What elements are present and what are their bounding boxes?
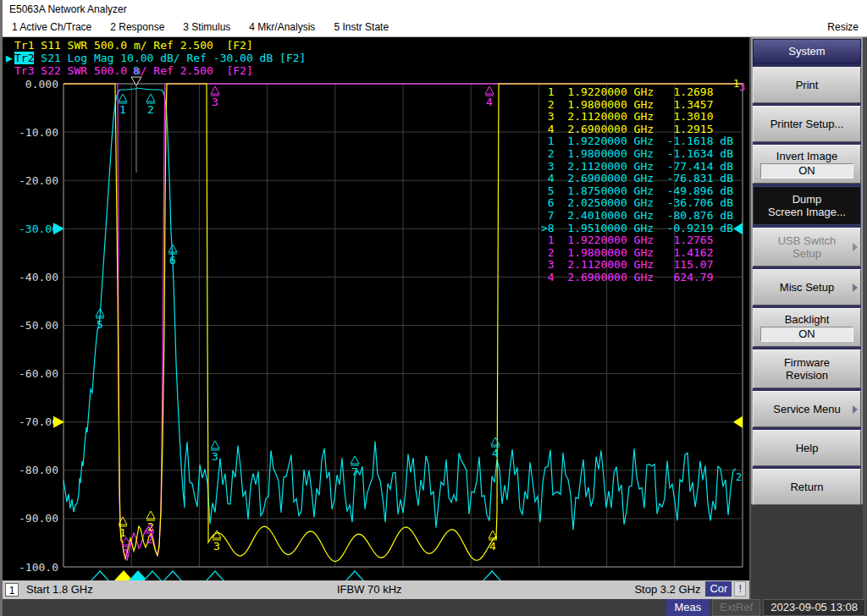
softkey-dump-screen-image[interactable]: DumpScreen Image...: [753, 186, 861, 225]
stimulus-marker-triangle: [143, 571, 162, 580]
correction-badge: Cor: [705, 581, 732, 597]
trace-def-tr1[interactable]: Tr1 S11 SWR 500.0 m/ Ref 2.500 [F2]: [6, 39, 306, 52]
submenu-arrow-icon: [853, 283, 858, 292]
y-axis-label: -90.00: [19, 512, 58, 525]
datetime-display: 2023-09-05 13:08: [763, 599, 865, 616]
submenu-arrow-icon: [853, 405, 858, 414]
y-axis-label: -60.00: [19, 367, 58, 380]
softkey-label: Screen Image...: [754, 206, 860, 218]
trace-params: S11 SWR 500.0 m/ Ref 2.500 [F2]: [34, 39, 252, 52]
marker-flag-icon: [211, 441, 219, 448]
softkey-label: Service Menu: [754, 403, 860, 415]
marker-number-label: 4: [486, 96, 493, 108]
y-axis-label: -20.00: [19, 174, 58, 187]
instrument-screen: 0.000-10.00-20.00-30.00-40.00-50.00-60.0…: [3, 37, 746, 580]
menu-item-2[interactable]: 2 Response: [101, 19, 174, 36]
analyzer-window: E5063A Network Analyzer 1 Active Ch/Trac…: [0, 0, 867, 616]
softkey-label: USB Switch: [754, 234, 860, 247]
marker-row: 3 2.1120000 GHz -77.414 dB: [541, 161, 733, 173]
trace-def-tr3[interactable]: Tr3 S22 SWR 500.0 m/ Ref 2.500 [F2]: [6, 64, 306, 77]
softkey-backlight[interactable]: BacklightON: [753, 308, 861, 347]
softkey-service-menu[interactable]: Service Menu: [753, 391, 861, 427]
softkey-firmware-revision[interactable]: FirmwareRevision: [753, 349, 861, 388]
channel-number: 1: [5, 583, 19, 597]
softkey-label: Backlight: [754, 313, 860, 326]
menu-item-3[interactable]: 3 Stimulus: [174, 19, 240, 36]
marker-number-label: 3: [212, 450, 218, 463]
y-axis-label: -80.00: [19, 464, 58, 476]
marker-flag-icon: [485, 86, 494, 94]
marker-row: 1 1.9220000 GHz -1.1618 dB: [541, 135, 733, 148]
trace-params: S22 SWR 500.0 m/ Ref 2.500 [F2]: [34, 64, 252, 77]
trace-def-tr2[interactable]: ▶Tr2 S21 Log Mag 10.00 dB/ Ref -30.00 dB…: [6, 52, 306, 64]
softkey-label: Invert Image: [754, 150, 860, 162]
extref-status-badge: ExtRef: [712, 599, 760, 616]
y-axis-label: 0.000: [25, 78, 58, 91]
marker-row: 3 2.1120000 GHz 115.07: [541, 259, 733, 272]
marker-flag-icon: [211, 86, 219, 94]
softkey-header-system: System: [753, 39, 861, 64]
submenu-arrow-icon: [853, 243, 858, 251]
trace-name: Tr2: [14, 52, 34, 64]
softkey-help[interactable]: Help: [753, 430, 861, 466]
y-axis-label: -70.00: [19, 415, 58, 428]
footer-bar: MeasExtRef2023-09-05 13:08: [3, 599, 867, 616]
status-bar: 1 Start 1.8 GHz IFBW 70 kHz Stop 3.2 GHz…: [3, 580, 749, 599]
marker-flag-icon: [119, 94, 127, 102]
ref-level-arrow-right: [733, 416, 743, 428]
marker-row: 2 1.9800000 GHz 1.4162: [541, 247, 733, 260]
marker-number-label: 6: [169, 254, 176, 267]
trace-params: S21 Log Mag 10.00 dB/ Ref -30.00 dB [F2]: [34, 52, 306, 64]
marker-number-label: 3: [213, 540, 220, 553]
marker-row: 1 1.9220000 GHz 1.2698: [541, 86, 733, 99]
softkey-label: Return: [754, 481, 860, 493]
marker-row: 6 2.0250000 GHz -36.706 dB: [541, 197, 733, 210]
softkey-label: Help: [754, 442, 860, 454]
stimulus-marker-triangle: [345, 571, 364, 580]
marker-row: 3 2.1120000 GHz 1.3010: [541, 111, 733, 124]
softkey-print[interactable]: Print: [753, 67, 861, 103]
softkey-usb-switch-setup: USB SwitchSetup: [753, 228, 861, 267]
softkey-printer-setup[interactable]: Printer Setup...: [753, 106, 861, 142]
resize-button[interactable]: Resize: [827, 19, 859, 36]
start-frequency: Start 1.8 GHz: [26, 580, 93, 599]
marker-row: 4 2.6900000 GHz 1.2915: [541, 124, 733, 136]
trace-end-label: 2: [736, 471, 742, 483]
menu-item-1[interactable]: 1 Active Ch/Trace: [3, 19, 101, 36]
y-axis-label: -40.00: [19, 271, 58, 283]
y-axis-label: -100.0: [19, 561, 58, 574]
softkey-misc-setup[interactable]: Misc Setup: [753, 269, 861, 305]
stimulus-marker-triangle: [91, 571, 109, 580]
stimulus-marker-triangle: [206, 571, 224, 580]
trace-name: Tr3: [14, 64, 34, 77]
softkey-label: Dump: [754, 193, 860, 206]
softkey-state-value: ON: [760, 327, 853, 342]
marker-number-label: 2: [147, 103, 154, 116]
marker-number-label: 1: [119, 103, 126, 116]
marker-row: 2 1.9800000 GHz -1.1634 dB: [541, 148, 733, 161]
marker-number-label: 2: [146, 533, 153, 546]
menu-item-4[interactable]: 4 Mkr/Analysis: [240, 19, 324, 36]
marker-number-label: 3: [212, 96, 218, 108]
stimulus-marker-triangle: [483, 571, 501, 580]
softkey-label: Misc Setup: [754, 281, 860, 294]
menu-items: 1 Active Ch/Trace2 Response3 Stimulus4 M…: [3, 21, 398, 33]
marker-number-label: 1: [123, 547, 130, 559]
softkey-panel-bottom: [751, 504, 867, 599]
ref-level-arrow-right: [733, 223, 743, 234]
softkey-invert-image[interactable]: Invert ImageON: [753, 145, 861, 184]
marker-number-label: 4: [489, 540, 496, 553]
menu-item-5[interactable]: 5 Instr State: [324, 19, 398, 36]
y-axis-label: -50.00: [19, 319, 58, 332]
softkey-label: Printer Setup...: [754, 118, 860, 130]
trace-arrow-spacer: [6, 64, 14, 77]
trace-end-label: 3: [739, 81, 745, 93]
softkey-label: Firmware: [754, 356, 860, 369]
softkey-buttons: SystemPrintPrinter Setup...Invert ImageO…: [753, 39, 861, 505]
marker-number-label: 7: [351, 465, 358, 478]
marker-row: >8 1.9510000 GHz -0.9219 dB: [541, 223, 733, 235]
trace-name: Tr1: [14, 39, 34, 52]
softkey-return[interactable]: Return: [753, 469, 861, 505]
trace-arrow-spacer: [6, 39, 14, 52]
marker-number-label: 4: [492, 447, 499, 459]
